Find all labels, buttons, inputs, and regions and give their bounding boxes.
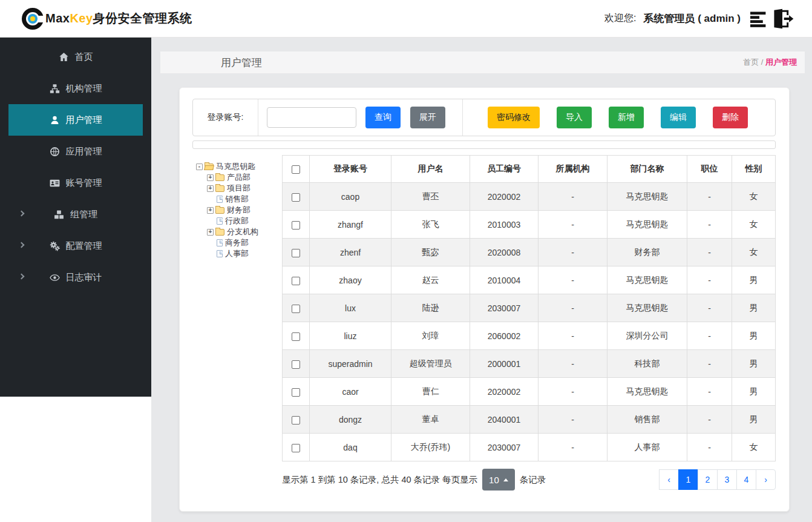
tree-toggle-icon[interactable] xyxy=(196,164,203,170)
user-table-area: 登录账号 用户名 员工编号 所属机构 部门名称 职位 性别 caop 曹丕 20… xyxy=(282,155,776,491)
row-checkbox[interactable] xyxy=(292,193,300,202)
sidebar-item[interactable]: 日志审计 xyxy=(8,262,143,293)
action-button[interactable]: 导入 xyxy=(557,107,592,128)
table-row[interactable]: caop 曹丕 2020002 - 马克思钥匙 - 女 xyxy=(283,183,776,211)
cell-dept: 销售部 xyxy=(607,406,687,434)
table-column-header[interactable]: 性别 xyxy=(732,156,776,183)
logout-door-icon[interactable] xyxy=(771,8,794,30)
row-checkbox-cell xyxy=(283,350,310,378)
tree-node[interactable]: 分支机构 xyxy=(207,226,282,237)
table-row[interactable]: liuz 刘璋 2060002 - 深圳分公司 - 男 xyxy=(283,322,776,350)
page-button[interactable]: › xyxy=(756,469,776,490)
table-column-header[interactable]: 所属机构 xyxy=(539,156,607,183)
sidebar-item[interactable]: 应用管理 xyxy=(8,136,143,167)
action-button[interactable]: 新增 xyxy=(609,107,644,128)
tree-node[interactable]: 商务部 xyxy=(207,237,282,248)
cell-gender: 女 xyxy=(732,434,776,461)
sidebar-item-label: 账号管理 xyxy=(66,177,102,189)
select-all-checkbox[interactable] xyxy=(292,165,300,174)
sidebar-item-icon xyxy=(50,241,60,251)
sidebar-item-label: 组管理 xyxy=(70,209,97,220)
action-button[interactable]: 编辑 xyxy=(661,107,696,128)
row-checkbox[interactable] xyxy=(292,416,300,425)
breadcrumb-home-link[interactable]: 首页 xyxy=(743,58,759,67)
login-account-input[interactable] xyxy=(267,107,356,128)
cell-position: - xyxy=(687,266,732,294)
header-checkbox-cell xyxy=(283,156,310,183)
tree-node[interactable]: 人事部 xyxy=(207,248,282,259)
table-row[interactable]: daq 大乔(乔玮) 2030007 - 人事部 - 女 xyxy=(283,434,776,461)
cell-name: 曹丕 xyxy=(391,183,470,211)
table-row[interactable]: dongz 董卓 2040001 - 销售部 - 男 xyxy=(283,406,776,434)
page-button[interactable]: 4 xyxy=(736,469,756,490)
cell-dept: 马克思钥匙 xyxy=(607,294,687,322)
cell-name: 刘璋 xyxy=(391,322,470,350)
table-column-header[interactable]: 登录账号 xyxy=(310,156,391,183)
sidebar-item-label: 应用管理 xyxy=(66,146,102,157)
table-column-header[interactable]: 用户名 xyxy=(391,156,470,183)
tree-node[interactable]: 产品部 xyxy=(207,172,282,183)
page-button[interactable]: 2 xyxy=(698,469,718,490)
cell-name: 甄宓 xyxy=(391,239,470,266)
row-checkbox[interactable] xyxy=(292,221,300,230)
table-column-header[interactable]: 部门名称 xyxy=(607,156,687,183)
sidebar-item[interactable]: 机构管理 xyxy=(8,73,143,104)
row-checkbox[interactable] xyxy=(292,388,300,397)
brand-key: Key xyxy=(70,12,93,25)
query-button[interactable]: 查询 xyxy=(365,107,401,128)
table-row[interactable]: caor 曹仁 2020002 - 马克思钥匙 - 男 xyxy=(283,378,776,406)
sidebar-item[interactable]: 账号管理 xyxy=(8,167,143,199)
row-checkbox[interactable] xyxy=(292,277,300,285)
tree-node[interactable]: 马克思钥匙 xyxy=(196,161,282,172)
cell-name: 超级管理员 xyxy=(391,350,470,378)
tree-folder-icon xyxy=(215,185,224,192)
cell-dept: 财务部 xyxy=(607,239,687,266)
left-column: 首页 机构管理 用户管理 应用管理 xyxy=(0,38,151,522)
row-checkbox[interactable] xyxy=(292,332,300,341)
cell-org: - xyxy=(539,294,607,322)
tree-node[interactable]: 销售部 xyxy=(207,194,282,205)
sidebar-item[interactable]: 首页 xyxy=(8,41,143,73)
row-checkbox[interactable] xyxy=(292,444,300,452)
expand-button[interactable]: 展开 xyxy=(410,107,445,128)
row-checkbox[interactable] xyxy=(292,249,300,257)
tree-toggle-icon[interactable] xyxy=(207,207,214,214)
cell-empno: 2010003 xyxy=(470,211,539,239)
tree-node[interactable]: 行政部 xyxy=(207,216,282,226)
cell-gender: 男 xyxy=(732,350,776,378)
tree-node[interactable]: 项目部 xyxy=(207,183,282,194)
sidebar-item[interactable]: 用户管理 xyxy=(8,104,143,136)
title-bar: 用户管理 首页 / 用户管理 xyxy=(160,51,805,73)
sidebar-item[interactable]: 组管理 xyxy=(8,199,143,230)
cell-name: 陆逊 xyxy=(391,294,470,322)
cell-dept: 深圳分公司 xyxy=(607,322,687,350)
table-row[interactable]: zhangf 张飞 2010003 - 马克思钥匙 - 女 xyxy=(283,211,776,239)
cell-org: - xyxy=(539,350,607,378)
page-button[interactable]: 3 xyxy=(717,469,737,490)
table-row[interactable]: zhaoy 赵云 2010004 - 马克思钥匙 - 男 xyxy=(283,266,776,294)
page-button[interactable]: ‹ xyxy=(659,469,679,490)
sidebar-item-icon xyxy=(50,84,60,94)
table-header-row: 登录账号 用户名 员工编号 所属机构 部门名称 职位 性别 xyxy=(283,156,776,183)
action-button[interactable]: 删除 xyxy=(713,107,748,128)
table-row[interactable]: lux 陆逊 2030007 - 马克思钥匙 - 男 xyxy=(283,294,776,322)
row-checkbox[interactable] xyxy=(292,360,300,369)
maxkey-logo-icon xyxy=(22,8,44,30)
page-button[interactable]: 1 xyxy=(678,469,698,490)
tree-node[interactable]: 财务部 xyxy=(207,205,282,216)
tree-toggle-icon[interactable] xyxy=(207,185,214,192)
cell-empno: 2040001 xyxy=(470,406,539,434)
table-column-header[interactable]: 员工编号 xyxy=(470,156,539,183)
cell-empno: 2020002 xyxy=(470,183,539,211)
tree-folder-icon xyxy=(217,217,223,225)
tree-toggle-icon[interactable] xyxy=(207,229,214,236)
page-size-dropdown[interactable]: 10 xyxy=(482,469,515,491)
action-button[interactable]: 密码修改 xyxy=(488,107,540,128)
tree-toggle-icon[interactable] xyxy=(207,174,214,181)
table-row[interactable]: superadmin 超级管理员 2000001 - 科技部 - 男 xyxy=(283,350,776,378)
row-checkbox[interactable] xyxy=(292,305,300,313)
table-row[interactable]: zhenf 甄宓 2020008 - 财务部 - 女 xyxy=(283,239,776,266)
menu-bars-icon[interactable] xyxy=(750,9,768,28)
table-column-header[interactable]: 职位 xyxy=(687,156,732,183)
sidebar-item[interactable]: 配置管理 xyxy=(8,230,143,262)
